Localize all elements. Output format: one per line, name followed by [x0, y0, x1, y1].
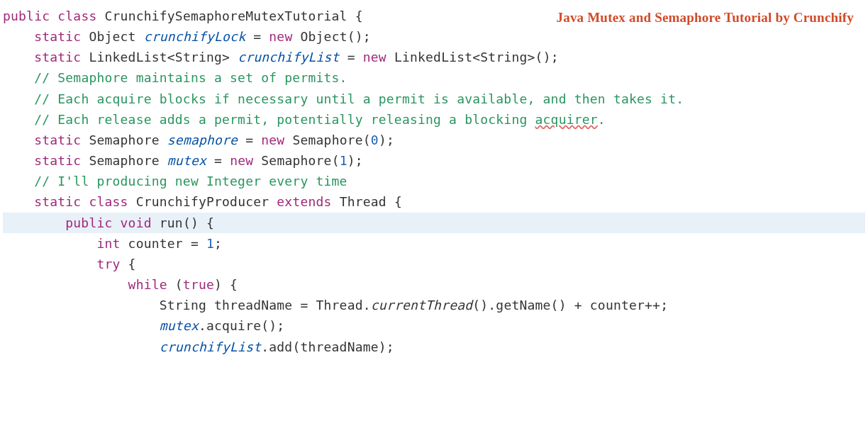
type: String — [160, 298, 206, 312]
variable: semaphore — [167, 133, 238, 147]
keyword-int: int — [96, 236, 120, 251]
keyword-class: class — [89, 194, 128, 209]
space — [160, 153, 167, 168]
keyword-public: public — [65, 215, 112, 230]
code-line: static Semaphore mutex = new Semaphore(1… — [3, 150, 865, 171]
code-line: crunchifyList.add(threadName); — [3, 337, 865, 357]
comment: . — [598, 112, 606, 127]
type: LinkedList<String> — [89, 50, 230, 64]
keyword-try: try — [96, 257, 120, 271]
code-line: while (true) { — [3, 274, 865, 295]
text: Semaphore( — [284, 133, 370, 147]
static-method: currentThread — [371, 298, 472, 312]
code-line: static Object crunchifyLock = new Object… — [3, 26, 865, 47]
text: ); — [347, 153, 363, 168]
variable: crunchifyList — [238, 50, 339, 64]
number: 1 — [206, 236, 214, 251]
eq: = — [206, 153, 230, 168]
keyword-new: new — [269, 29, 292, 44]
keyword-class: class — [57, 9, 96, 23]
keyword-new: new — [363, 50, 386, 64]
text: counter = — [121, 236, 206, 251]
keyword-public: public — [3, 9, 50, 23]
code-line: // I'll producing new Integer every time — [3, 171, 865, 191]
keyword-extends: extends — [277, 194, 331, 209]
keyword-static: static — [34, 153, 81, 168]
number: 0 — [371, 133, 379, 147]
code-line: static LinkedList<String> crunchifyList … — [3, 47, 865, 67]
eq: = — [340, 50, 363, 64]
variable: crunchifyList — [160, 339, 261, 354]
space — [136, 29, 144, 44]
code-line-highlighted: public void run() { — [3, 213, 865, 233]
comment-underlined: acquirer — [535, 112, 598, 127]
keyword-static: static — [34, 194, 81, 209]
space — [50, 9, 57, 23]
variable: mutex — [167, 153, 206, 168]
superclass: Thread { — [332, 194, 402, 209]
paren: ( — [167, 277, 183, 292]
class-name: CrunchifySemaphoreMutexTutorial — [105, 9, 347, 23]
space — [81, 153, 89, 168]
text: Semaphore( — [253, 153, 339, 168]
code-block: public class CrunchifySemaphoreMutexTuto… — [3, 6, 865, 357]
keyword-static: static — [34, 133, 81, 147]
text: .add(threadName); — [261, 339, 394, 354]
code-line: // Each release adds a permit, potential… — [3, 109, 865, 130]
space — [81, 133, 89, 147]
code-line: // Each acquire blocks if necessary unti… — [3, 89, 865, 109]
comment: // I'll producing new Integer every time — [34, 174, 347, 188]
space — [230, 50, 238, 64]
comment: // Each acquire blocks if necessary unti… — [34, 91, 684, 106]
type: Object — [89, 29, 135, 44]
eq: = — [238, 133, 261, 147]
brace: { — [347, 9, 363, 23]
variable: crunchifyLock — [144, 29, 245, 44]
brace: { — [121, 257, 136, 271]
keyword-true: true — [183, 277, 214, 292]
keyword-while: while — [128, 277, 167, 292]
code-line: static class CrunchifyProducer extends T… — [3, 191, 865, 212]
text: ); — [379, 133, 394, 147]
text: .acquire(); — [199, 318, 284, 333]
keyword-new: new — [261, 133, 284, 147]
eq: = — [245, 29, 269, 44]
text: ().getName() + counter++; — [472, 298, 668, 312]
variable: mutex — [160, 318, 199, 333]
watermark-text: Java Mutex and Semaphore Tutorial by Cru… — [556, 7, 854, 29]
type: Semaphore — [89, 153, 159, 168]
method-name: run() { — [152, 215, 214, 230]
code-line: static Semaphore semaphore = new Semapho… — [3, 130, 865, 150]
keyword-static: static — [34, 50, 81, 64]
space — [81, 50, 89, 64]
class-name: CrunchifyProducer — [128, 194, 277, 209]
type: Semaphore — [89, 133, 159, 147]
comment: // Semaphore maintains a set of permits. — [34, 70, 347, 85]
code-line: // Semaphore maintains a set of permits. — [3, 67, 865, 88]
constructor: Object(); — [292, 29, 370, 44]
text: threadName = Thread. — [206, 298, 371, 312]
space — [113, 215, 121, 230]
constructor: LinkedList<String>(); — [386, 50, 559, 64]
number: 1 — [340, 153, 347, 168]
paren: ) { — [214, 277, 238, 292]
keyword-new: new — [230, 153, 253, 168]
keyword-void: void — [121, 215, 152, 230]
semicolon: ; — [214, 236, 222, 251]
code-line: mutex.acquire(); — [3, 315, 865, 336]
keyword-static: static — [34, 29, 81, 44]
space — [81, 29, 89, 44]
code-line: int counter = 1; — [3, 233, 865, 254]
space — [81, 194, 89, 209]
code-line: try { — [3, 254, 865, 274]
comment: // Each release adds a permit, potential… — [34, 112, 535, 127]
space — [96, 9, 104, 23]
code-line: String threadName = Thread.currentThread… — [3, 295, 865, 315]
space — [160, 133, 167, 147]
